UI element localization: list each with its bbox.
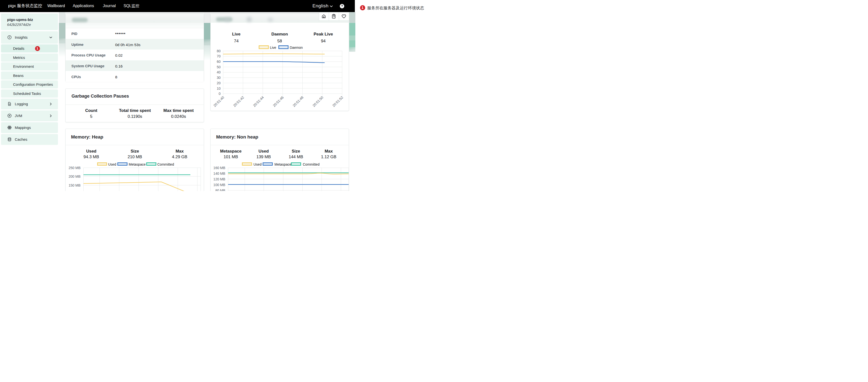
svg-text:0: 0 [219, 92, 221, 96]
svg-text:150 MB: 150 MB [68, 183, 81, 187]
svg-text:20: 20 [217, 81, 221, 85]
svg-text:250 MB: 250 MB [68, 166, 81, 170]
svg-text:20:51:42: 20:51:42 [232, 95, 245, 108]
svg-text:80: 80 [217, 49, 221, 53]
svg-text:100 MB: 100 MB [214, 183, 225, 187]
svg-text:20:51:46: 20:51:46 [272, 95, 285, 108]
svg-text:80 MB: 80 MB [216, 189, 225, 191]
svg-text:120 MB: 120 MB [214, 177, 225, 181]
svg-text:140 MB: 140 MB [214, 171, 225, 176]
svg-text:20:51:52: 20:51:52 [332, 95, 344, 108]
svg-text:20:51:50: 20:51:50 [312, 95, 324, 108]
svg-text:70: 70 [217, 54, 221, 58]
svg-text:10: 10 [217, 87, 221, 91]
svg-text:20:51:48: 20:51:48 [292, 95, 304, 108]
svg-text:40: 40 [217, 70, 221, 74]
svg-text:200 MB: 200 MB [68, 174, 81, 179]
svg-text:20:51:44: 20:51:44 [252, 95, 265, 108]
svg-text:160 MB: 160 MB [214, 166, 225, 170]
svg-text:20:51:40: 20:51:40 [213, 95, 225, 108]
svg-text:60: 60 [217, 60, 221, 64]
svg-text:30: 30 [217, 76, 221, 79]
svg-text:50: 50 [217, 65, 221, 69]
